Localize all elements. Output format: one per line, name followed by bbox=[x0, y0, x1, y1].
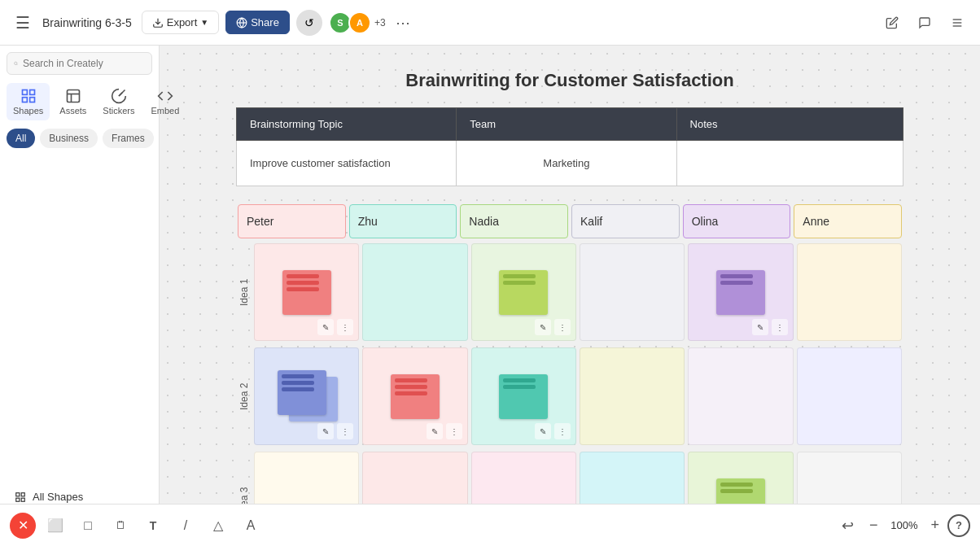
grid-cell-r0-c1[interactable] bbox=[362, 243, 467, 341]
sidebar-item-shapes[interactable]: Shapes bbox=[7, 83, 50, 120]
tag-frames[interactable]: Frames bbox=[103, 129, 154, 148]
sidebar-item-assets[interactable]: Assets bbox=[53, 83, 93, 120]
svg-rect-10 bbox=[29, 98, 34, 103]
cell-icons-r1-c2: ✎⋮ bbox=[535, 423, 571, 439]
main-layout: Shapes Assets Stickers Embed All Busines… bbox=[0, 46, 980, 546]
comment-icon[interactable] bbox=[912, 10, 938, 36]
col-header-topic: Brainstorming Topic bbox=[237, 108, 457, 141]
svg-rect-9 bbox=[29, 90, 34, 95]
sidebar-item-stickers[interactable]: Stickers bbox=[96, 83, 141, 120]
topbar: ☰ Brainwriting 6-3-5 Export ▼ Share ↺ S … bbox=[0, 0, 980, 46]
cell-more-btn[interactable]: ⋮ bbox=[554, 423, 571, 439]
person-header-peter: Peter bbox=[238, 204, 346, 238]
cell-more-btn[interactable]: ⋮ bbox=[337, 423, 353, 439]
person-header-zhu: Zhu bbox=[349, 204, 457, 238]
col-header-team: Team bbox=[457, 108, 676, 141]
svg-line-7 bbox=[16, 64, 17, 65]
cell-more-btn[interactable]: ⋮ bbox=[337, 319, 353, 335]
canvas[interactable]: Brainwriting for Customer Satisfaction B… bbox=[160, 46, 980, 546]
bottom-toolbar: ✕ ⬜ □ 🗒 T / △ A ↩ − 100% + ? bbox=[0, 504, 980, 546]
cell-edit-btn[interactable]: ✎ bbox=[427, 423, 443, 439]
canvas-content: Brainwriting for Customer Satisfaction B… bbox=[160, 46, 980, 546]
zoom-controls: ↩ − 100% + ? bbox=[835, 513, 970, 539]
settings-icon[interactable] bbox=[944, 10, 970, 36]
person-header-nadia: Nadia bbox=[460, 204, 568, 238]
tool-text[interactable]: T bbox=[140, 513, 166, 539]
filter-tags: All Business Frames bbox=[7, 129, 152, 148]
grid-cell-r0-c2[interactable]: ✎⋮ bbox=[471, 243, 576, 341]
grid-cell-r1-c4[interactable] bbox=[688, 347, 793, 445]
sidebar-icon-group: Shapes Assets Stickers Embed bbox=[7, 83, 152, 120]
tool-shape2[interactable]: A bbox=[238, 513, 264, 539]
menu-button[interactable]: ☰ bbox=[10, 10, 36, 36]
cell-icons-r1-c0: ✎⋮ bbox=[317, 423, 353, 439]
tool-rect[interactable]: □ bbox=[75, 513, 101, 539]
cell-edit-btn[interactable]: ✎ bbox=[535, 423, 551, 439]
person-headers: PeterZhuNadiaKalifOlinaAnne bbox=[236, 203, 903, 240]
svg-rect-14 bbox=[21, 492, 24, 496]
tool-frame[interactable]: ⬜ bbox=[42, 513, 68, 539]
svg-rect-8 bbox=[22, 90, 27, 95]
share-button[interactable]: Share bbox=[225, 11, 290, 34]
edit-icon[interactable] bbox=[879, 10, 905, 36]
idea-label-1: Idea 2 bbox=[236, 346, 252, 447]
avatar-group: S A +3 bbox=[329, 11, 386, 34]
topbar-right-actions bbox=[879, 10, 970, 36]
person-header-kalif: Kalif bbox=[571, 204, 680, 238]
cell-edit-btn[interactable]: ✎ bbox=[317, 319, 334, 335]
table-cell-notes bbox=[676, 141, 903, 186]
cell-icons-r0-c4: ✎⋮ bbox=[752, 319, 788, 335]
grid-cell-r1-c0[interactable]: ✎⋮ bbox=[254, 347, 359, 445]
table-cell-topic: Improve customer satisfaction bbox=[237, 141, 457, 186]
svg-rect-12 bbox=[67, 90, 79, 103]
undo-redo-button[interactable]: ↺ bbox=[296, 10, 322, 36]
tool-shape1[interactable]: △ bbox=[205, 513, 231, 539]
idea-rows: Idea 1✎⋮✎⋮✎⋮Idea 2✎⋮✎⋮✎⋮Idea 3✎⋮ bbox=[236, 242, 903, 546]
idea-label-0: Idea 1 bbox=[236, 242, 252, 343]
cell-edit-btn[interactable]: ✎ bbox=[752, 319, 768, 335]
person-header-anne: Anne bbox=[794, 204, 902, 238]
cell-edit-btn[interactable]: ✎ bbox=[535, 319, 551, 335]
person-header-olina: Olina bbox=[683, 204, 791, 238]
cell-edit-btn[interactable]: ✎ bbox=[317, 423, 334, 439]
undo-button[interactable]: ↩ bbox=[835, 513, 861, 539]
cell-icons-r0-c0: ✎⋮ bbox=[317, 319, 353, 335]
search-icon bbox=[14, 58, 18, 69]
grid-cell-r1-c2[interactable]: ✎⋮ bbox=[471, 347, 576, 445]
cell-more-btn[interactable]: ⋮ bbox=[554, 319, 571, 335]
tag-business[interactable]: Business bbox=[40, 129, 98, 148]
zoom-out-button[interactable]: − bbox=[866, 513, 882, 537]
idea-row-1: Idea 2✎⋮✎⋮✎⋮ bbox=[236, 346, 903, 447]
avatar-extra-count: +3 bbox=[374, 17, 386, 28]
grid-cell-r1-c1[interactable]: ✎⋮ bbox=[362, 347, 467, 445]
grid-cell-r1-c5[interactable] bbox=[797, 347, 902, 445]
grid-cell-r0-c0[interactable]: ✎⋮ bbox=[254, 243, 359, 341]
cell-icons-r0-c2: ✎⋮ bbox=[535, 319, 571, 335]
export-button[interactable]: Export ▼ bbox=[142, 11, 219, 34]
svg-point-6 bbox=[15, 62, 17, 64]
search-input[interactable] bbox=[23, 58, 145, 69]
svg-rect-15 bbox=[21, 498, 24, 501]
shapes-label: Shapes bbox=[13, 106, 43, 116]
avatar-a: A bbox=[348, 11, 371, 34]
zoom-level: 100% bbox=[886, 519, 922, 531]
tool-sticky[interactable]: 🗒 bbox=[107, 513, 133, 539]
search-bar[interactable] bbox=[7, 52, 152, 75]
tool-line[interactable]: / bbox=[173, 513, 199, 539]
cell-more-btn[interactable]: ⋮ bbox=[446, 423, 462, 439]
stickers-icon bbox=[111, 88, 127, 104]
svg-rect-16 bbox=[16, 498, 20, 501]
grid-cell-r1-c3[interactable] bbox=[580, 347, 685, 445]
cell-more-btn[interactable]: ⋮ bbox=[772, 319, 788, 335]
col-header-notes: Notes bbox=[676, 108, 903, 141]
document-title: Brainwriting 6-3-5 bbox=[42, 16, 132, 29]
close-button[interactable]: ✕ bbox=[10, 513, 36, 539]
zoom-in-button[interactable]: + bbox=[927, 513, 943, 537]
grid-cell-r0-c5[interactable] bbox=[797, 243, 902, 341]
grid-cell-r0-c4[interactable]: ✎⋮ bbox=[688, 243, 793, 341]
more-options-button[interactable]: ⋯ bbox=[392, 11, 413, 35]
tag-all[interactable]: All bbox=[7, 129, 35, 148]
help-button[interactable]: ? bbox=[947, 514, 970, 537]
assets-label: Assets bbox=[59, 106, 86, 116]
grid-cell-r0-c3[interactable] bbox=[580, 243, 685, 341]
